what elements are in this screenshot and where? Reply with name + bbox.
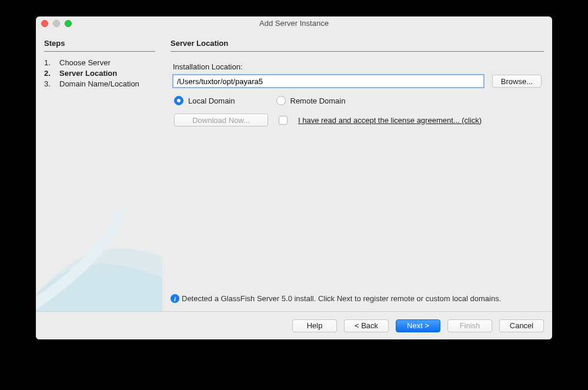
license-link[interactable]: I have read and accept the license agree… bbox=[298, 116, 482, 125]
radio-icon bbox=[174, 96, 183, 105]
divider bbox=[171, 51, 544, 52]
remote-domain-radio[interactable]: Remote Domain bbox=[276, 96, 346, 105]
radio-icon bbox=[276, 96, 286, 105]
installation-path-input[interactable] bbox=[173, 75, 484, 88]
browse-button[interactable]: Browse... bbox=[492, 75, 542, 88]
step-item-current: 2. Server Location bbox=[44, 68, 155, 79]
info-icon: i bbox=[171, 294, 179, 303]
titlebar: Add Server Instance bbox=[36, 16, 552, 31]
step-item: 1. Choose Server bbox=[44, 58, 155, 68]
divider bbox=[44, 51, 155, 52]
installation-label: Installation Location: bbox=[173, 62, 542, 71]
dialog-window: Add Server Instance Steps 1. Choose Serv… bbox=[36, 16, 552, 339]
finish-button: Finish bbox=[447, 319, 492, 332]
step-number: 1. bbox=[44, 58, 59, 68]
info-message: i Detected a GlassFish Server 5.0 instal… bbox=[171, 294, 544, 306]
dialog-body: Steps 1. Choose Server 2. Server Locatio… bbox=[36, 31, 552, 311]
back-button[interactable]: < Back bbox=[344, 319, 389, 332]
main-panel: Server Location Installation Location: B… bbox=[162, 31, 552, 311]
radio-label: Local Domain bbox=[188, 96, 235, 105]
close-icon[interactable] bbox=[41, 20, 48, 27]
next-button[interactable]: Next > bbox=[396, 319, 440, 332]
step-number: 2. bbox=[44, 68, 59, 79]
license-checkbox[interactable] bbox=[279, 116, 288, 125]
form-section: Installation Location: Browse... Local D… bbox=[171, 58, 544, 126]
info-text: Detected a GlassFish Server 5.0 install.… bbox=[182, 294, 501, 303]
help-button[interactable]: Help bbox=[292, 319, 337, 332]
radio-label: Remote Domain bbox=[290, 96, 346, 105]
steps-heading: Steps bbox=[44, 39, 155, 48]
step-item: 3. Domain Name/Location bbox=[44, 79, 155, 89]
license-row: Download Now... I have read and accept t… bbox=[174, 114, 542, 126]
step-label: Domain Name/Location bbox=[59, 79, 139, 89]
decorative-swoosh bbox=[36, 211, 162, 311]
step-label: Server Location bbox=[59, 68, 117, 79]
zoom-icon[interactable] bbox=[65, 20, 72, 27]
steps-list: 1. Choose Server 2. Server Location 3. D… bbox=[44, 58, 155, 89]
step-label: Choose Server bbox=[59, 58, 111, 68]
button-bar: Help < Back Next > Finish Cancel bbox=[36, 311, 552, 339]
download-button: Download Now... bbox=[174, 114, 268, 126]
steps-sidebar: Steps 1. Choose Server 2. Server Locatio… bbox=[36, 31, 162, 311]
minimize-icon bbox=[53, 20, 60, 27]
step-number: 3. bbox=[44, 79, 59, 89]
path-row: Browse... bbox=[173, 75, 542, 88]
window-controls bbox=[41, 20, 72, 27]
cancel-button[interactable]: Cancel bbox=[499, 319, 544, 332]
local-domain-radio[interactable]: Local Domain bbox=[174, 96, 235, 105]
domain-radio-group: Local Domain Remote Domain bbox=[174, 96, 542, 105]
main-heading: Server Location bbox=[171, 39, 544, 48]
window-title: Add Server Instance bbox=[36, 16, 552, 31]
